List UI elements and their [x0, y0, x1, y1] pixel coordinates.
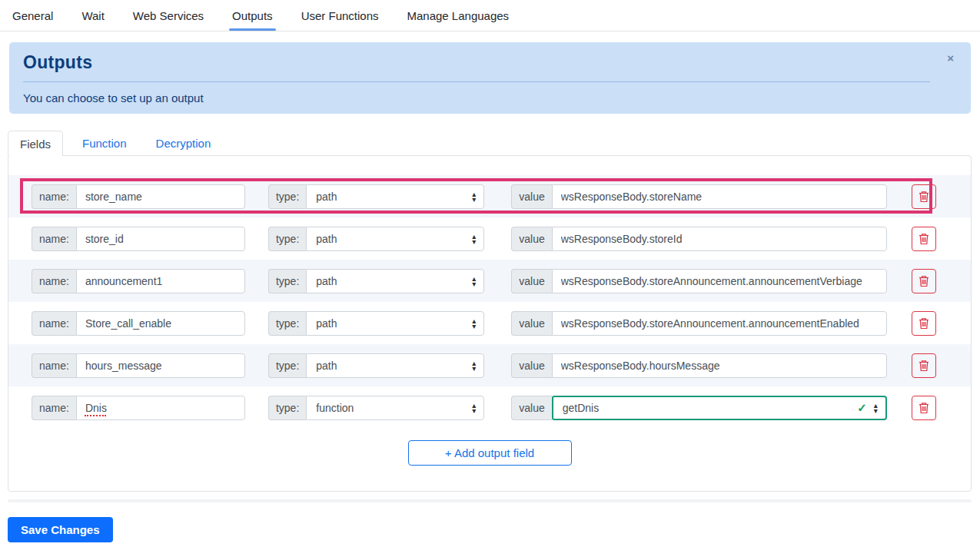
name-input[interactable] — [76, 184, 245, 209]
type-select[interactable]: path ▴▾ — [306, 184, 484, 209]
select-stepper-icon: ▴▾ — [472, 318, 476, 329]
nav-tab-manage-languages[interactable]: Manage Languages — [404, 2, 513, 30]
add-output-field-button[interactable]: + Add output field — [408, 440, 572, 466]
name-group: name: — [32, 227, 245, 251]
save-changes-button[interactable]: Save Changes — [8, 517, 113, 542]
nav-tab-outputs[interactable]: Outputs — [229, 2, 276, 30]
delete-row-button[interactable] — [912, 269, 936, 293]
value-group: value getDnis ✓ ▴▾ — [511, 396, 886, 420]
value-input[interactable] — [552, 353, 887, 378]
type-label: type: — [268, 311, 306, 336]
outputs-info-banner: Outputs You can choose to set up an outp… — [9, 42, 971, 114]
name-group: name: — [32, 184, 245, 209]
value-input[interactable] — [552, 269, 887, 293]
fields-panel: name: type: path ▴▾ value — [8, 155, 972, 492]
nav-tab-wait[interactable]: Wait — [78, 2, 107, 30]
select-stepper-icon: ▴▾ — [472, 403, 476, 413]
value-label: value — [511, 311, 551, 336]
select-stepper-icon: ▴▾ — [472, 191, 476, 202]
value-label: value — [511, 184, 551, 209]
type-select-value: function — [316, 402, 472, 414]
name-group: name: — [32, 353, 245, 378]
type-select[interactable]: path ▴▾ — [306, 227, 484, 251]
name-input[interactable] — [76, 311, 245, 336]
output-field-row-3: name: type: path ▴▾ value — [8, 260, 971, 302]
value-label: value — [511, 353, 551, 378]
type-label: type: — [268, 227, 306, 251]
tab-function[interactable]: Function — [72, 131, 137, 156]
value-group: value — [511, 227, 886, 251]
top-navigation: General Wait Web Services Outputs User F… — [0, 0, 980, 31]
output-field-row-5: name: type: path ▴▾ value — [8, 344, 971, 386]
name-input[interactable] — [76, 396, 245, 420]
type-select-value: path — [316, 360, 472, 372]
tab-fields[interactable]: Fields — [8, 131, 63, 156]
value-group: value — [511, 184, 886, 209]
value-input[interactable] — [552, 227, 887, 251]
output-field-row-6: name: type: function ▴▾ value getDnis ✓ … — [8, 386, 971, 429]
type-select-value: path — [316, 275, 472, 287]
outputs-settings-page: General Wait Web Services Outputs User F… — [0, 0, 980, 547]
value-group: value — [511, 311, 886, 336]
value-input[interactable] — [552, 311, 887, 336]
banner-divider — [23, 81, 930, 82]
type-group: type: function ▴▾ — [268, 396, 484, 420]
tab-decryption[interactable]: Decryption — [146, 131, 221, 156]
value-input[interactable] — [552, 184, 887, 209]
name-group: name: — [32, 311, 245, 336]
banner-title: Outputs — [9, 42, 971, 73]
nav-tab-general[interactable]: General — [9, 2, 56, 30]
name-input[interactable] — [76, 227, 245, 251]
trash-icon — [919, 317, 929, 330]
delete-row-button[interactable] — [912, 353, 936, 378]
trash-icon — [919, 233, 929, 245]
value-function-select[interactable]: getDnis ✓ ▴▾ — [552, 396, 887, 420]
value-label: value — [511, 396, 551, 420]
name-input[interactable] — [76, 353, 245, 378]
delete-row-button[interactable] — [912, 396, 936, 420]
trash-icon — [919, 360, 929, 372]
fields-tabbar: Fields Function Decryption — [8, 131, 221, 156]
output-field-row-1: name: type: path ▴▾ value — [8, 175, 971, 217]
type-group: type: path ▴▾ — [268, 227, 484, 251]
value-group: value — [511, 269, 886, 293]
type-group: type: path ▴▾ — [268, 184, 484, 209]
trash-icon — [919, 275, 929, 287]
select-stepper-icon: ▴▾ — [472, 360, 476, 371]
type-select[interactable]: path ▴▾ — [306, 311, 484, 336]
type-select[interactable]: path ▴▾ — [306, 353, 484, 378]
type-select-value: path — [316, 233, 472, 245]
name-label: name: — [32, 396, 76, 420]
delete-row-button[interactable] — [912, 184, 936, 209]
select-stepper-icon: ▴▾ — [472, 276, 476, 287]
delete-row-button[interactable] — [912, 227, 936, 251]
delete-row-button[interactable] — [912, 311, 936, 336]
type-select[interactable]: path ▴▾ — [306, 269, 484, 293]
type-label: type: — [268, 353, 306, 378]
type-select[interactable]: function ▴▾ — [306, 396, 484, 420]
name-input[interactable] — [76, 269, 245, 293]
output-field-row-2: name: type: path ▴▾ value — [8, 217, 971, 260]
select-stepper-icon: ▴▾ — [472, 234, 476, 244]
select-stepper-icon: ▴▾ — [874, 403, 878, 413]
banner-message: You can choose to set up an output — [9, 91, 971, 104]
name-label: name: — [32, 311, 76, 336]
value-label: value — [511, 269, 551, 293]
nav-tab-user-functions[interactable]: User Functions — [298, 2, 382, 30]
type-label: type: — [268, 184, 306, 209]
nav-tab-web-services[interactable]: Web Services — [130, 2, 207, 30]
name-group: name: — [32, 396, 245, 420]
trash-icon — [919, 402, 929, 414]
close-icon[interactable]: × — [947, 52, 954, 64]
type-select-value: path — [316, 191, 472, 203]
type-label: type: — [268, 269, 306, 293]
name-label: name: — [32, 353, 76, 378]
trash-icon — [919, 191, 929, 203]
type-select-value: path — [316, 317, 472, 330]
name-label: name: — [32, 227, 76, 251]
name-group: name: — [32, 269, 245, 293]
type-group: type: path ▴▾ — [268, 269, 484, 293]
name-label: name: — [32, 269, 76, 293]
type-group: type: path ▴▾ — [268, 311, 484, 336]
valid-check-icon: ✓ — [857, 401, 867, 415]
